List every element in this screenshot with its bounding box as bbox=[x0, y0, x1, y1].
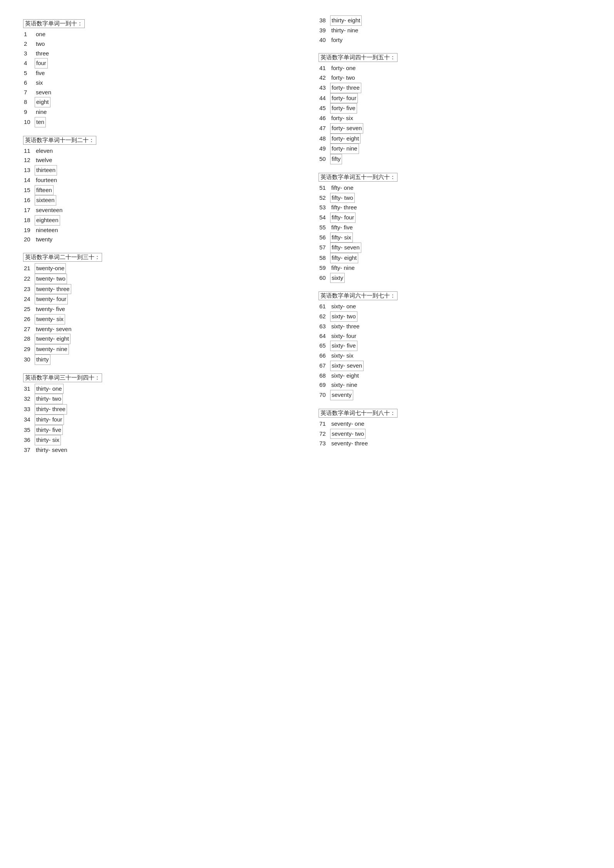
number: 48 bbox=[319, 134, 330, 144]
number: 15 bbox=[24, 186, 35, 195]
number: 30 bbox=[24, 355, 35, 365]
list-item: 9nine bbox=[23, 107, 295, 117]
word: sixty- two bbox=[330, 311, 357, 322]
list-item: 20twenty bbox=[23, 235, 295, 244]
list-item: 48forty- eight bbox=[319, 134, 591, 144]
page: 英语数字单词一到十：1one2two3three4four5five6six7s… bbox=[23, 15, 591, 458]
list-item: 35thirty- five bbox=[23, 425, 295, 435]
number: 43 bbox=[319, 83, 330, 93]
list-item: 70seventy bbox=[319, 390, 591, 400]
list-item: 34thirty- four bbox=[23, 415, 295, 425]
word: eight bbox=[35, 97, 50, 107]
number: 45 bbox=[319, 104, 330, 113]
list-item: 52fifty- two bbox=[319, 193, 591, 203]
list-item: 5five bbox=[23, 69, 295, 78]
number: 39 bbox=[319, 26, 330, 35]
list-item: 55fifty- five bbox=[319, 223, 591, 232]
word: six bbox=[35, 78, 44, 88]
list-item: 31thirty- one bbox=[23, 384, 295, 394]
number: 61 bbox=[319, 302, 330, 311]
list-item: 65sixty- five bbox=[319, 341, 591, 351]
word: twenty- four bbox=[35, 294, 68, 304]
word: seventeen bbox=[35, 206, 64, 215]
number-list: 31thirty- one32thirty- two33thirty- thre… bbox=[23, 384, 295, 455]
word: fifty- two bbox=[330, 193, 355, 203]
number: 19 bbox=[24, 226, 35, 235]
number: 40 bbox=[319, 35, 330, 45]
word: seven bbox=[35, 88, 52, 97]
word: sixty- nine bbox=[330, 380, 359, 390]
word: thirty- four bbox=[35, 415, 64, 425]
number: 50 bbox=[319, 154, 330, 164]
number: 29 bbox=[24, 345, 35, 354]
number: 25 bbox=[24, 304, 35, 314]
list-item: 25twenty- five bbox=[23, 304, 295, 314]
number-list: 11eleven12twelve13thirteen14fourteen15fi… bbox=[23, 146, 295, 245]
number: 71 bbox=[319, 419, 330, 429]
list-item: 13thirteen bbox=[23, 165, 295, 176]
list-item: 11eleven bbox=[23, 146, 295, 156]
list-item: 63sixty- three bbox=[319, 322, 591, 331]
word: sixty- one bbox=[330, 302, 357, 311]
list-item: 61sixty- one bbox=[319, 302, 591, 311]
list-item: 46forty- six bbox=[319, 114, 591, 123]
word: fifty- nine bbox=[330, 263, 356, 273]
number-list: 71seventy- one72seventy- two73seventy- t… bbox=[319, 419, 591, 448]
number: 2 bbox=[24, 39, 35, 49]
word: sixty- eight bbox=[330, 371, 360, 381]
list-item: 37thirty- seven bbox=[23, 445, 295, 455]
number: 27 bbox=[24, 324, 35, 334]
word: fifty- four bbox=[330, 212, 356, 223]
list-item: 17seventeen bbox=[23, 206, 295, 215]
word: thirty- nine bbox=[330, 26, 359, 35]
word: twenty- three bbox=[35, 284, 71, 294]
number: 42 bbox=[319, 73, 330, 83]
word: thirty bbox=[35, 355, 50, 365]
list-item: 68sixty- eight bbox=[319, 371, 591, 381]
number: 37 bbox=[24, 445, 35, 455]
word: thirty- two bbox=[35, 394, 63, 404]
word: thirty- eight bbox=[330, 15, 362, 26]
list-item: 10ten bbox=[23, 117, 295, 127]
list-item: 60sixty bbox=[319, 273, 591, 283]
section-title: 英语数字单词十一到二十： bbox=[23, 136, 96, 145]
number: 31 bbox=[24, 384, 35, 394]
number: 67 bbox=[319, 361, 330, 371]
list-item: 54fifty- four bbox=[319, 212, 591, 223]
number: 56 bbox=[319, 233, 330, 243]
number-list: 1one2two3three4four5five6six7seven8eight… bbox=[23, 30, 295, 127]
word: forty- one bbox=[330, 64, 357, 73]
number: 46 bbox=[319, 114, 330, 123]
word: two bbox=[35, 39, 46, 49]
word: twelve bbox=[35, 156, 54, 165]
word: seventy- one bbox=[330, 419, 366, 429]
list-item: 64sixty- four bbox=[319, 331, 591, 341]
word: fifty- seven bbox=[330, 243, 361, 253]
word: fourteen bbox=[35, 176, 58, 185]
number: 8 bbox=[24, 97, 35, 107]
word: forty bbox=[330, 35, 344, 45]
number: 52 bbox=[319, 193, 330, 203]
right-column: 38thirty- eight39thirty- nine40forty英语数字… bbox=[319, 15, 591, 458]
word: twenty- seven bbox=[35, 324, 73, 334]
list-item: 24twenty- four bbox=[23, 294, 295, 304]
number: 36 bbox=[24, 435, 35, 445]
number: 10 bbox=[24, 117, 35, 127]
word: seventy- two bbox=[330, 429, 366, 439]
list-item: 4four bbox=[23, 58, 295, 69]
number: 33 bbox=[24, 405, 35, 414]
section-title: 英语数字单词七十一到八十： bbox=[319, 409, 398, 418]
list-item: 32thirty- two bbox=[23, 394, 295, 404]
number: 38 bbox=[319, 16, 330, 25]
number: 55 bbox=[319, 223, 330, 232]
word: fifty- eight bbox=[330, 253, 358, 263]
number: 64 bbox=[319, 331, 330, 341]
number-list: 51fifty- one52fifty- two53fifty- three54… bbox=[319, 183, 591, 283]
word: fifty- six bbox=[330, 232, 353, 243]
word: twenty-one bbox=[35, 263, 66, 274]
number: 16 bbox=[24, 196, 35, 205]
number: 12 bbox=[24, 156, 35, 165]
section-title: 英语数字单词三十一到四十： bbox=[23, 373, 102, 382]
list-item: 58fifty- eight bbox=[319, 253, 591, 263]
word: sixty- four bbox=[330, 331, 357, 341]
